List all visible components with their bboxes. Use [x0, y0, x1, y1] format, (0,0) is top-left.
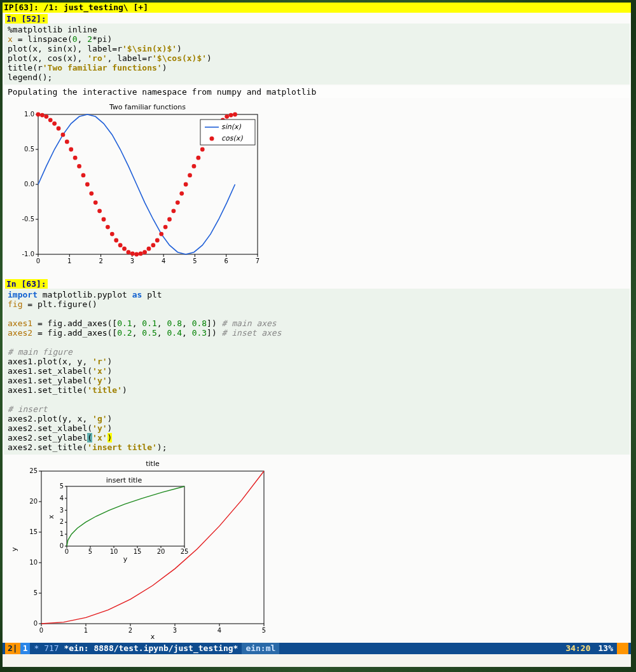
svg-text:1.0: 1.0 [24, 111, 34, 118]
svg-text:15: 15 [29, 528, 38, 535]
svg-point-29 [40, 113, 45, 118]
cell-prompt: In [63]: [5, 279, 48, 289]
plot-output: title 012345 0510152025 x y insert title… [6, 457, 627, 643]
svg-point-28 [36, 113, 41, 117]
svg-text:cos(x): cos(x) [221, 134, 243, 142]
svg-text:6: 6 [225, 257, 228, 264]
svg-point-44 [102, 217, 106, 222]
svg-rect-111 [67, 486, 184, 546]
svg-text:20: 20 [157, 548, 165, 555]
modeline-winnum-icon: 2| [5, 643, 20, 654]
plot-output: Two familiar functions 01234567 -1.0-0.5… [6, 100, 627, 274]
modeline-major-mode: ein:ml [242, 643, 279, 654]
chart-two-familiar: Two familiar functions 01234567 -1.0-0.5… [6, 100, 261, 272]
svg-text:2: 2 [99, 257, 102, 264]
emacs-frame: IP[63]: /1: just_testing\ [+] In [52]: %… [3, 3, 631, 667]
svg-text:25: 25 [181, 548, 189, 555]
svg-text:0: 0 [39, 627, 43, 634]
svg-text:5: 5 [88, 548, 92, 555]
svg-text:y: y [10, 547, 18, 551]
svg-point-34 [61, 133, 66, 137]
svg-point-45 [106, 225, 110, 230]
svg-point-76 [233, 113, 237, 117]
svg-text:3: 3 [60, 507, 64, 514]
svg-point-64 [184, 182, 188, 187]
svg-text:5: 5 [262, 627, 266, 634]
svg-rect-83 [41, 471, 264, 624]
svg-point-74 [225, 114, 229, 119]
svg-point-46 [110, 232, 114, 237]
svg-point-40 [85, 182, 90, 187]
code-cell[interactable]: import matplotlib.pyplot as plt fig = pl… [4, 289, 630, 455]
svg-text:4: 4 [60, 495, 64, 502]
svg-text:0: 0 [36, 257, 40, 264]
modeline-percent: 13% [595, 643, 617, 654]
svg-text:x: x [151, 633, 155, 641]
svg-point-58 [159, 232, 163, 237]
svg-point-42 [93, 200, 98, 205]
svg-point-35 [65, 140, 69, 144]
svg-text:sin(x): sin(x) [221, 123, 242, 131]
svg-point-52 [134, 252, 139, 257]
svg-point-30 [44, 114, 48, 119]
svg-text:3: 3 [173, 627, 177, 634]
svg-text:0.5: 0.5 [24, 146, 34, 153]
svg-point-56 [151, 243, 155, 247]
svg-point-62 [176, 200, 180, 205]
svg-point-66 [192, 164, 197, 168]
svg-text:5: 5 [34, 589, 38, 596]
chart-title: title 012345 0510152025 x y insert title… [6, 457, 273, 641]
modeline-state-icon: 1 [20, 643, 31, 654]
cell-prompt: In [52]: [5, 14, 48, 24]
svg-text:5: 5 [193, 257, 197, 264]
svg-point-75 [229, 113, 233, 118]
svg-text:Two familiar functions: Two familiar functions [109, 103, 186, 111]
emacs-titlebar: IP[63]: /1: just_testing\ [+] [3, 3, 631, 13]
svg-point-31 [48, 118, 53, 122]
echo-area [3, 654, 631, 667]
svg-text:10: 10 [29, 559, 38, 566]
svg-point-38 [77, 164, 81, 168]
svg-point-37 [73, 156, 78, 160]
svg-point-49 [122, 247, 127, 251]
svg-text:1: 1 [67, 257, 71, 264]
svg-text:title: title [146, 460, 160, 468]
svg-point-50 [127, 250, 131, 254]
svg-text:5: 5 [60, 483, 64, 490]
svg-point-41 [89, 191, 93, 196]
svg-text:25: 25 [29, 467, 38, 474]
svg-text:-1.0: -1.0 [22, 250, 34, 257]
svg-point-80 [210, 137, 214, 141]
svg-point-61 [172, 209, 176, 213]
svg-point-60 [167, 217, 172, 222]
svg-point-67 [196, 156, 200, 160]
svg-text:0.0: 0.0 [24, 181, 34, 188]
modeline-position: 34:20 [562, 643, 594, 654]
svg-text:10: 10 [110, 548, 118, 555]
svg-point-51 [130, 252, 135, 256]
svg-text:15: 15 [134, 548, 142, 555]
svg-text:2: 2 [128, 627, 132, 634]
svg-point-57 [155, 238, 160, 243]
modeline[interactable]: 2|1 * 717 *ein: 8888/test.ipynb/just_tes… [3, 643, 631, 654]
svg-text:0: 0 [65, 548, 69, 555]
titlebar-text: IP[63]: /1: just_testing\ [+] [4, 3, 148, 13]
svg-point-54 [142, 250, 147, 254]
svg-point-39 [81, 173, 86, 177]
svg-text:20: 20 [29, 498, 38, 505]
svg-text:0: 0 [34, 620, 38, 627]
svg-point-65 [188, 173, 192, 177]
svg-text:4: 4 [218, 627, 221, 634]
svg-text:4: 4 [162, 257, 165, 264]
svg-point-59 [163, 225, 168, 230]
svg-text:1: 1 [60, 530, 64, 537]
svg-point-53 [139, 252, 143, 256]
svg-text:3: 3 [130, 257, 134, 264]
svg-text:2: 2 [60, 518, 64, 525]
modeline-end-icon [617, 643, 628, 654]
svg-text:0: 0 [60, 542, 64, 549]
code-cell[interactable]: %matplotlib inline x = linspace(0, 2*pi)… [4, 24, 630, 85]
svg-text:x: x [47, 514, 55, 519]
svg-point-55 [147, 247, 151, 251]
buffer-area[interactable]: In [52]: %matplotlib inline x = linspace… [3, 13, 631, 643]
